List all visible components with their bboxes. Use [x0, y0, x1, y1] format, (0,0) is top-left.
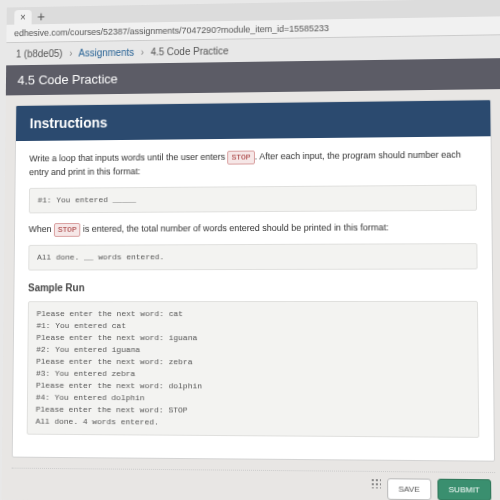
format-block-1: #1: You entered _____	[29, 184, 477, 213]
when-text-a: When	[29, 224, 54, 234]
stop-code-pill: STOP	[228, 151, 255, 165]
instruction-line-1: Write a loop that inputs words until the…	[29, 148, 477, 179]
panel-body: Write a loop that inputs words until the…	[13, 136, 494, 460]
sample-run-block: Please enter the next word: cat #1: You …	[27, 300, 480, 437]
instruction-line-2: When STOP is entered, the total number o…	[29, 220, 478, 236]
when-text-b: is entered, the total number of words en…	[80, 222, 388, 233]
intro-text-a: Write a loop that inputs words until the…	[29, 152, 227, 164]
chevron-right-icon: ›	[69, 48, 72, 59]
save-button[interactable]: SAVE	[387, 478, 431, 500]
stop-code-pill: STOP	[54, 222, 81, 236]
sample-run-heading: Sample Run	[28, 279, 478, 295]
submit-button[interactable]: SUBMIT	[437, 478, 491, 500]
panel-header: Instructions	[16, 100, 491, 141]
breadcrumb-section[interactable]: Assignments	[78, 47, 134, 59]
tab-close-icon[interactable]: ×	[14, 9, 31, 24]
new-tab-icon[interactable]: +	[31, 9, 51, 25]
content-area: Instructions Write a loop that inputs wo…	[2, 89, 500, 500]
breadcrumb-course[interactable]: 1 (b8de05)	[16, 48, 63, 59]
instructions-panel: Instructions Write a loop that inputs wo…	[12, 99, 495, 461]
breadcrumb-page: 4.5 Code Practice	[151, 45, 229, 57]
action-bar: SAVE SUBMIT	[11, 467, 495, 500]
format-block-2: All done. __ words entered.	[28, 243, 477, 270]
grid-icon[interactable]	[371, 478, 381, 488]
chevron-right-icon: ›	[141, 47, 144, 58]
